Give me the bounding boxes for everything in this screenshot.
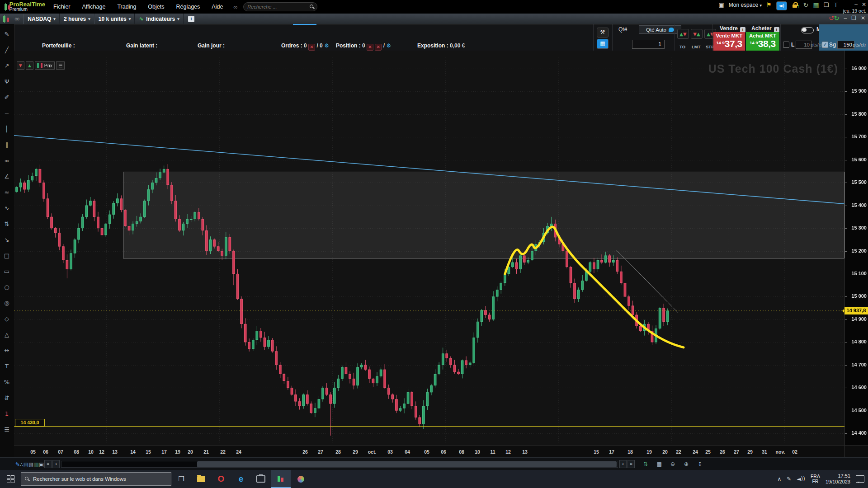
fit-vertical-icon[interactable]: ↕ [695, 461, 705, 467]
indicators-dropdown[interactable]: ∿Indicateurs▾ [135, 14, 183, 24]
pin-icon[interactable]: ⊤ [833, 1, 838, 9]
chart-scrollbar[interactable] [61, 461, 618, 468]
wave-tool[interactable]: ≈ [0, 188, 14, 197]
zoom-in-icon[interactable]: ⊕ [681, 461, 691, 467]
camera-icon[interactable]: ▣ [39, 461, 44, 468]
minimize-chart-button[interactable]: – [844, 15, 847, 21]
pitchfork-tool[interactable]: Ψ [0, 77, 14, 87]
qty-input[interactable] [632, 40, 665, 49]
start-button[interactable] [0, 470, 21, 488]
menu-item-objets[interactable]: Objets [148, 4, 164, 10]
grid-view-icon[interactable]: ▦ [654, 461, 664, 467]
box-tool[interactable]: ▭ [0, 267, 14, 277]
tray-pen-icon[interactable]: ✎ [787, 476, 791, 482]
alert-tool[interactable]: 1 [0, 409, 14, 419]
channel-tool[interactable]: ∥ [0, 140, 14, 150]
vertical-line-tool[interactable]: │ [0, 124, 14, 134]
table-icon[interactable]: ▦ [813, 1, 819, 9]
tray-expand-icon[interactable]: ∧ [777, 476, 781, 482]
app-icon-briefcase[interactable] [251, 470, 271, 488]
app-icon-edge[interactable]: e [231, 470, 251, 488]
task-view-button[interactable]: ❐ [171, 470, 191, 488]
order-type-to-icon[interactable]: ▲▼ [677, 29, 689, 39]
limit-input[interactable] [796, 41, 812, 49]
trendline-tool[interactable]: ╱ [0, 45, 14, 55]
compare-icon[interactable]: ⇅ [641, 461, 651, 467]
sell-order-chip[interactable]: ▼ [17, 61, 24, 70]
save-workspace-icon[interactable]: ▣ [718, 1, 724, 9]
arrow-down-tool[interactable]: ↘ [0, 235, 14, 245]
list-tool[interactable]: ☰ [0, 425, 14, 435]
horizontal-arrow-tool[interactable]: ↔ [0, 346, 14, 356]
reverse-position-icon[interactable]: ✕ [375, 44, 382, 51]
circle-tool[interactable]: ◎ [0, 298, 14, 308]
series-list-chip[interactable]: ☰ [56, 61, 65, 70]
menu-item-affichage[interactable]: Affichage [82, 4, 106, 10]
sync-icon[interactable]: ↻ [803, 1, 809, 9]
folder-icon[interactable]: ▤ [24, 461, 28, 468]
close-position-icon[interactable]: ✕ [367, 44, 373, 51]
ray-tool[interactable]: ↗ [0, 61, 14, 71]
position-settings-icon[interactable]: ⚙ [386, 42, 391, 49]
screenshot-icon[interactable]: ❏ [824, 1, 829, 9]
timeframe-dropdown[interactable]: 2 heures▾ [60, 14, 94, 24]
multi-ts-toggle[interactable] [801, 27, 814, 33]
pencil-tool[interactable]: ✎ [0, 29, 14, 39]
zigzag-tool[interactable]: ∿ [0, 203, 14, 213]
tray-volume-icon[interactable]: ◄)) [797, 476, 805, 482]
keyboard-button[interactable]: ▦ [597, 39, 609, 49]
orders-settings-icon[interactable]: ⚙ [324, 42, 329, 49]
instrument-info-button[interactable]: i [188, 16, 194, 22]
instrument-dropdown[interactable]: NASDAQ▾ [24, 14, 60, 24]
stop-input[interactable] [837, 41, 854, 49]
cycle-tool[interactable]: ∞ [0, 156, 14, 166]
stop-checkbox[interactable]: ✓ [822, 42, 828, 48]
draw-icon[interactable]: ✎ [15, 461, 20, 468]
units-dropdown[interactable]: 10 k unités▾ [94, 14, 135, 24]
annotation-tool[interactable]: ✐ [0, 93, 14, 103]
price-chart[interactable] [14, 51, 844, 445]
scroll-right-button[interactable]: › [619, 460, 627, 468]
angle-tool[interactable]: ∠ [0, 172, 14, 182]
limit-checkbox[interactable] [783, 42, 789, 48]
scroll-fast-right-button[interactable]: » [627, 460, 635, 468]
lock-trading-icon[interactable]: ↑ [792, 1, 799, 9]
language-indicator[interactable]: FRAFR [811, 474, 820, 484]
workspace-dropdown[interactable]: Mon espace ▾ [729, 1, 762, 9]
percent-tool[interactable]: % [0, 377, 14, 387]
level-price-label[interactable]: 14 430,0 [15, 419, 45, 427]
app-icon-paint[interactable] [291, 470, 311, 488]
menu-item-fichier[interactable]: Fichier [53, 4, 71, 10]
sell-market-button[interactable]: Vente MKT 14 937,3 [713, 32, 745, 51]
taskbar-search[interactable]: Rechercher sur le web et dans Windows [21, 472, 171, 486]
search-input[interactable] [246, 4, 310, 10]
close-chart-button[interactable]: ✕ [861, 15, 865, 21]
price-series-chip[interactable]: Prix [35, 61, 55, 70]
taskbar-clock[interactable]: 17:5119/10/2023 [826, 473, 850, 485]
order-type-lmt-icon[interactable]: ▼▲ [691, 29, 703, 39]
rectangle-tool[interactable]: □ [0, 251, 14, 261]
global-search[interactable] [243, 2, 317, 11]
horizontal-line-tool[interactable]: ─ [0, 108, 14, 118]
action-center-icon[interactable] [856, 475, 864, 483]
polygon-tool[interactable]: ◇ [0, 314, 14, 324]
arrows-tool[interactable]: ⇅ [0, 219, 14, 229]
close-app-button[interactable]: ✕ [862, 1, 866, 8]
menu-item-trading[interactable]: Trading [117, 4, 136, 10]
qty-auto-help-icon[interactable] [669, 28, 674, 32]
date-axis[interactable]: 05060708101213141517192021222426272829oc… [14, 445, 844, 458]
sound-button[interactable]: ◄) [776, 1, 787, 10]
scroll-left-button[interactable]: ‹ [52, 460, 60, 468]
share-icon[interactable]: ∴ [20, 461, 24, 468]
restore-chart-button[interactable]: ❐ [851, 15, 856, 21]
link-icon[interactable]: ∞ [233, 4, 238, 10]
orders-icon[interactable]: ▥ [33, 461, 38, 468]
app-icon-prorealtime[interactable] [271, 470, 291, 488]
buy-order-chip[interactable]: ▲ [26, 61, 33, 70]
cancel-orders-icon[interactable]: ✕ [308, 44, 315, 51]
ellipse-tool[interactable]: ○ [0, 282, 14, 292]
chart-plot[interactable] [14, 51, 844, 445]
menu-item-rglages[interactable]: Réglages [176, 4, 200, 10]
search-icon[interactable] [310, 5, 314, 9]
app-icon-file-explorer[interactable] [191, 470, 211, 488]
